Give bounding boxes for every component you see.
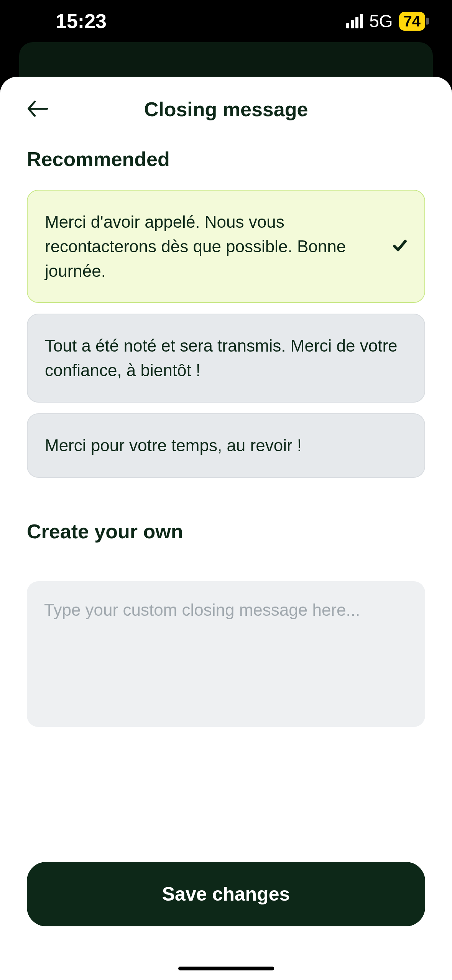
recommended-heading: Recommended: [27, 148, 425, 171]
status-right: 5G 74: [346, 11, 425, 31]
create-section: Create your own: [27, 520, 425, 728]
signal-icon: [346, 14, 363, 28]
content-area: Recommended Merci d'avoir appelé. Nous v…: [0, 132, 452, 728]
background-peek: [19, 42, 433, 77]
network-type: 5G: [369, 11, 393, 31]
option-text: Merci pour votre temps, au revoir !: [45, 433, 407, 458]
modal-sheet: Closing message Recommended Merci d'avoi…: [0, 77, 452, 980]
sheet-header: Closing message: [0, 77, 452, 132]
option-card-1[interactable]: Merci d'avoir appelé. Nous vous recontac…: [27, 190, 425, 303]
arrow-left-icon: [27, 100, 48, 117]
option-text: Tout a été noté et sera transmis. Merci …: [45, 334, 407, 383]
save-button[interactable]: Save changes: [27, 862, 425, 926]
check-icon: [393, 238, 407, 255]
page-title: Closing message: [27, 98, 425, 121]
back-button[interactable]: [27, 100, 48, 119]
create-heading: Create your own: [27, 520, 425, 543]
status-bar: 15:23 5G 74: [0, 0, 452, 42]
option-card-3[interactable]: Merci pour votre temps, au revoir !: [27, 413, 425, 478]
status-time: 15:23: [56, 10, 107, 33]
home-indicator[interactable]: [178, 967, 274, 970]
custom-message-input[interactable]: [27, 581, 425, 727]
battery-indicator: 74: [399, 12, 426, 31]
option-card-2[interactable]: Tout a été noté et sera transmis. Merci …: [27, 314, 425, 403]
option-text: Merci d'avoir appelé. Nous vous recontac…: [45, 210, 381, 283]
